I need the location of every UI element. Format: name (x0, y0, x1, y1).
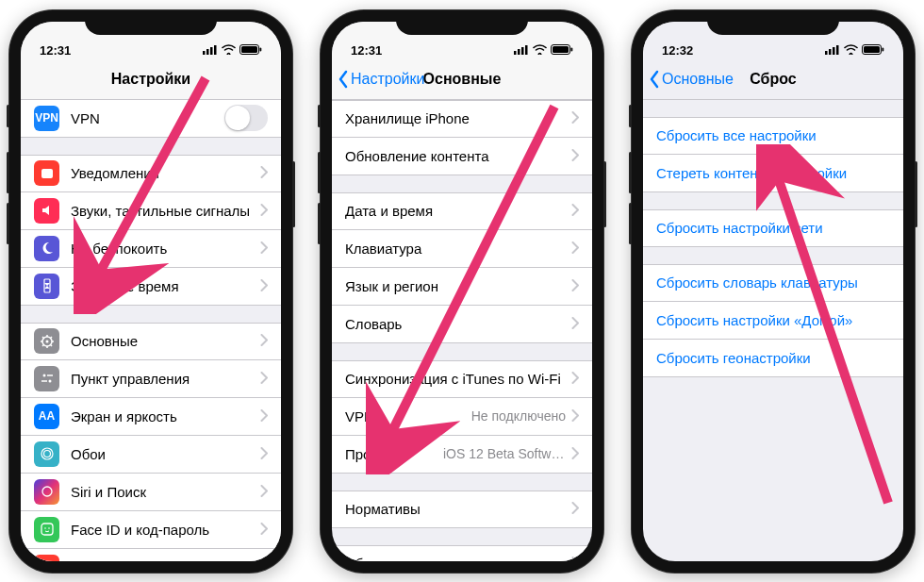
chevron-right-icon (571, 409, 579, 422)
row-sos[interactable]: SOSЭкстренный вызов — SOS (21, 549, 281, 561)
chevron-right-icon (260, 485, 268, 497)
row-label: Клавиатура (345, 241, 571, 257)
back-button[interactable]: Основные (649, 70, 734, 89)
svg-point-11 (42, 374, 45, 377)
phone-reset: 12:32 Основные Сброс Сбросить все настро… (632, 10, 915, 573)
back-button[interactable]: Настройки (338, 70, 424, 89)
chevron-right-icon (571, 371, 579, 387)
chevron-right-icon (260, 278, 268, 294)
row-dictionary[interactable]: Словарь (332, 306, 592, 343)
row-reset[interactable]: Сброс (332, 545, 592, 561)
general-list[interactable]: Хранилище iPhoneОбновление контента Дата… (332, 100, 592, 561)
row-icon: SOS (34, 555, 59, 561)
chevron-right-icon (260, 559, 268, 561)
chevron-right-icon (260, 334, 268, 346)
row-erase-all[interactable]: Стереть контент и настройки (643, 155, 903, 192)
row-wallpaper[interactable]: Обои (21, 436, 281, 474)
row-reset-keyboard-dict[interactable]: Сбросить словарь клавиатуры (643, 264, 903, 302)
signal-icon (825, 43, 840, 58)
row-reset-all[interactable]: Сбросить все настройки (643, 117, 903, 155)
chevron-right-icon (260, 409, 268, 422)
chevron-right-icon (571, 556, 579, 561)
row-label: Сбросить настройки сети (656, 220, 890, 236)
row-icon (34, 441, 59, 467)
chevron-right-icon (260, 279, 268, 291)
row-sounds[interactable]: Звуки, тактильные сигналы (21, 192, 281, 230)
row-label: Нормативы (345, 501, 571, 517)
row-label: Язык и регион (345, 278, 571, 294)
row-icon (34, 479, 59, 505)
chevron-right-icon (260, 371, 268, 387)
nav-title: Основные (423, 71, 502, 88)
wifi-icon (533, 43, 547, 58)
row-profile[interactable]: ПрофильiOS 12 Beta Software Profile (332, 436, 592, 474)
row-icon (34, 366, 59, 391)
row-label: Обновление контента (345, 148, 571, 164)
row-icon: AA (34, 404, 59, 429)
row-label: Стереть контент и настройки (656, 165, 890, 181)
row-regulatory[interactable]: Нормативы (332, 491, 592, 528)
wifi-icon (844, 43, 858, 58)
svg-rect-35 (833, 47, 835, 55)
row-siri[interactable]: Siri и Поиск (21, 474, 281, 511)
chevron-left-icon (338, 70, 349, 89)
nav-bar: Настройки Основные (332, 59, 592, 100)
row-label: Siri и Поиск (71, 484, 260, 500)
chevron-right-icon (260, 408, 268, 424)
row-notifications[interactable]: Уведомления (21, 155, 281, 192)
row-label: Основные (71, 333, 260, 349)
svg-rect-0 (203, 51, 206, 55)
row-label: Экран и яркость (71, 408, 260, 424)
chevron-right-icon (571, 446, 579, 462)
row-general[interactable]: Основные (21, 323, 281, 360)
row-screen-time[interactable]: Экранное время (21, 268, 281, 306)
svg-point-16 (41, 448, 53, 459)
chevron-right-icon (260, 447, 268, 459)
row-label: VPN (345, 408, 471, 424)
chevron-right-icon (260, 484, 268, 500)
row-faceid[interactable]: Face ID и код-пароль (21, 511, 281, 549)
svg-rect-34 (829, 49, 832, 55)
chevron-right-icon (260, 165, 268, 181)
row-dnd[interactable]: Не беспокоить (21, 230, 281, 268)
settings-list[interactable]: VPN VPN УведомленияЗвуки, тактильные сиг… (21, 100, 281, 561)
row-label: Хранилище iPhone (345, 110, 571, 126)
row-vpn[interactable]: VPNНе подключено (332, 398, 592, 436)
row-label: Сброс (345, 556, 571, 561)
vpn-toggle[interactable] (224, 105, 268, 131)
row-language[interactable]: Язык и регион (332, 268, 592, 306)
svg-rect-36 (836, 45, 839, 55)
row-storage[interactable]: Хранилище iPhone (332, 100, 592, 138)
svg-point-10 (45, 340, 48, 342)
nav-title: Настройки (111, 71, 190, 88)
row-label: Звуки, тактильные сигналы (71, 203, 260, 219)
svg-rect-8 (44, 279, 50, 292)
row-reset-network[interactable]: Сбросить настройки сети (643, 209, 903, 247)
chevron-right-icon (571, 557, 579, 561)
row-label: Не беспокоить (71, 241, 260, 257)
reset-list[interactable]: Сбросить все настройкиСтереть контент и … (643, 100, 903, 561)
back-label: Основные (662, 71, 734, 88)
row-reset-home[interactable]: Сбросить настройки «Домой» (643, 302, 903, 340)
chevron-right-icon (571, 317, 579, 329)
svg-rect-27 (521, 47, 524, 55)
chevron-right-icon (260, 204, 268, 216)
row-detail: Не подключено (471, 408, 566, 424)
row-icon (34, 236, 59, 261)
row-keyboard[interactable]: Клавиатура (332, 230, 592, 268)
svg-rect-6 (260, 47, 262, 51)
row-icon (34, 517, 59, 542)
row-control-center[interactable]: Пункт управления (21, 360, 281, 398)
row-itunes-wifi[interactable]: Синхронизация с iTunes по Wi-Fi (332, 360, 592, 398)
row-icon (34, 160, 59, 186)
row-reset-location[interactable]: Сбросить геонастройки (643, 340, 903, 377)
notch (396, 10, 528, 35)
svg-rect-18 (41, 524, 53, 535)
signal-icon (203, 43, 218, 58)
nav-bar: Основные Сброс (643, 59, 903, 100)
svg-point-15 (43, 451, 50, 457)
row-date-time[interactable]: Дата и время (332, 192, 592, 230)
row-vpn-toggle[interactable]: VPN VPN (21, 100, 281, 138)
row-display[interactable]: AAЭкран и яркость (21, 398, 281, 436)
row-background-refresh[interactable]: Обновление контента (332, 138, 592, 175)
